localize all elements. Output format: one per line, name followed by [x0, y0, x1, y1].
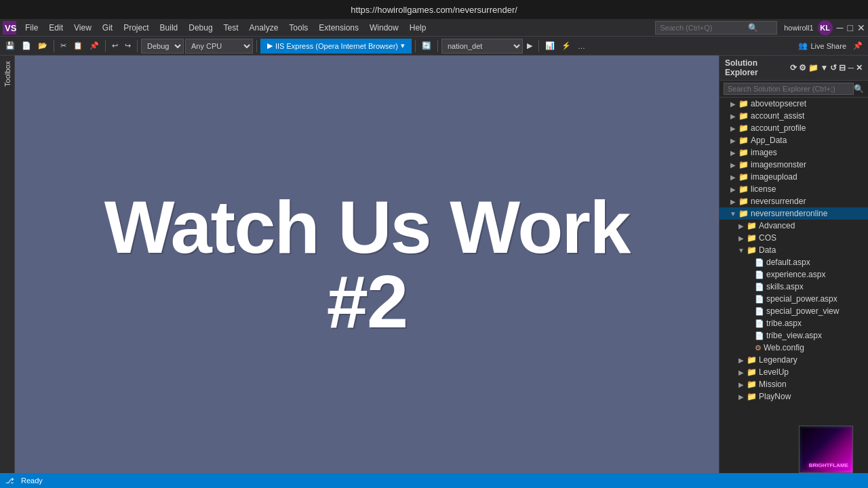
tree-item-advanced[interactable]: ▶📁Advanced — [719, 220, 868, 232]
menu-search[interactable]: 🔍 — [655, 21, 777, 35]
toolbox-label[interactable]: Toolbox — [3, 61, 12, 87]
tree-item-license[interactable]: ▶📁license — [719, 183, 868, 195]
tree-item-label: special_power_view — [766, 306, 839, 316]
tree-item-cos[interactable]: ▶📁COS — [719, 232, 868, 244]
copy-button[interactable]: 📋 — [71, 40, 85, 52]
se-folder-button[interactable]: 📁 — [808, 63, 818, 73]
toolbar-sep7 — [538, 40, 539, 52]
tree-item-special-power-aspx[interactable]: 📄special_power.aspx — [719, 293, 868, 305]
tree-item-label: LevelUp — [759, 367, 789, 377]
tree-item-images[interactable]: ▶📁images — [719, 146, 868, 159]
se-collapse-button[interactable]: ⊟ — [839, 63, 846, 73]
menu-git[interactable]: Git — [98, 22, 117, 34]
tree-arrow: ▶ — [728, 198, 738, 205]
more-tb-button[interactable]: … — [575, 41, 588, 52]
se-close-button[interactable]: ✕ — [856, 63, 863, 73]
restore-icon[interactable]: □ — [848, 22, 853, 33]
tree-item-neversurrender[interactable]: ▶📁neversurrender — [719, 195, 868, 207]
se-filter-button[interactable]: ▼ — [821, 63, 829, 73]
paste-button[interactable]: 📌 — [87, 40, 102, 52]
tree-item-account-assist[interactable]: ▶📁account_assist — [719, 110, 868, 122]
diagnostics-button[interactable]: 📊 — [542, 40, 557, 52]
tree-item-abovetopsecret[interactable]: ▶📁abovetopsecret — [719, 98, 868, 110]
tree-item-levelup[interactable]: ▶📁LevelUp — [719, 366, 868, 378]
toolbox-panel[interactable]: Toolbox — [0, 56, 15, 473]
target-run-button[interactable]: ▶ — [524, 40, 535, 52]
menu-analyze[interactable]: Analyze — [245, 22, 283, 34]
live-share-button[interactable]: 👥 Live Share — [798, 41, 846, 50]
tree-item-label: default.aspx — [766, 258, 810, 267]
run-button[interactable]: ▶ IIS Express (Opera Internet Browser) ▾ — [260, 39, 412, 54]
folder-icon: 📁 — [738, 184, 749, 194]
tree-item-label: Web.config — [764, 343, 804, 352]
platform-select[interactable]: Any CPU — [185, 39, 253, 54]
tree-item-tribe-aspx[interactable]: 📄tribe.aspx — [719, 317, 868, 329]
tree-arrow: ▶ — [736, 369, 747, 376]
tree-item-mission[interactable]: ▶📁Mission — [719, 378, 868, 390]
menu-file[interactable]: File — [20, 22, 43, 34]
se-search-input[interactable] — [724, 83, 854, 95]
tree-arrow: ▶ — [728, 137, 738, 144]
solution-explorer: Solution Explorer ⟳ ⚙ 📁 ▼ ↺ ⊟ ─ ✕ 🔍 ▶📁ab… — [719, 56, 868, 473]
perf-button[interactable]: ⚡ — [559, 40, 574, 52]
se-search-icon[interactable]: 🔍 — [854, 84, 864, 94]
open-button[interactable]: 📂 — [35, 40, 50, 52]
debug-config-select[interactable]: Debug — [141, 39, 184, 54]
refresh-button[interactable]: 🔄 — [419, 40, 434, 52]
tree-item-experience-aspx[interactable]: 📄experience.aspx — [719, 268, 868, 281]
add-button[interactable]: 📄 — [19, 40, 34, 52]
tree-item-imagesmonster[interactable]: ▶📁imagesmonster — [719, 159, 868, 171]
avatar[interactable]: KL — [818, 20, 833, 35]
tree-item-skills-aspx[interactable]: 📄skills.aspx — [719, 281, 868, 293]
cut-button[interactable]: ✂ — [58, 40, 69, 52]
user-area: howiroll1 KL ─ □ ✕ — [784, 20, 865, 35]
tree-item-account-profile[interactable]: ▶📁account_profile — [719, 122, 868, 134]
tree-item-imageupload[interactable]: ▶📁imageupload — [719, 171, 868, 183]
tree-item-web-config[interactable]: ⚙Web.config — [719, 342, 868, 354]
menu-debug[interactable]: Debug — [184, 22, 217, 34]
menu-extensions[interactable]: Extensions — [314, 22, 363, 34]
pin-button[interactable]: 📌 — [850, 40, 865, 52]
se-search-bar[interactable]: 🔍 — [719, 81, 868, 98]
username-label: howiroll1 — [784, 24, 813, 32]
folder-icon: 📁 — [738, 160, 749, 169]
target-select[interactable]: nation_det — [441, 39, 523, 54]
tree-item-tribe-view-aspx[interactable]: 📄tribe_view.aspx — [719, 329, 868, 342]
tree-item-legendary[interactable]: ▶📁Legendary — [719, 354, 868, 366]
menu-view[interactable]: View — [69, 22, 96, 34]
tree-item-special-power-view[interactable]: 📄special_power_view — [719, 305, 868, 317]
menu-help[interactable]: Help — [405, 22, 431, 34]
tree-item-playnow[interactable]: ▶📁PlayNow — [719, 390, 868, 403]
menu-test[interactable]: Test — [219, 22, 243, 34]
menu-edit[interactable]: Edit — [44, 22, 68, 34]
tree-item-label: Data — [759, 245, 776, 255]
se-sync-button[interactable]: ⟳ — [790, 63, 797, 73]
toolbar-sep3 — [137, 40, 138, 52]
folder-icon: 📁 — [747, 221, 757, 230]
undo-button[interactable]: ↩ — [109, 40, 121, 52]
se-refresh-button[interactable]: ↺ — [830, 63, 837, 73]
file-icon: 📄 — [755, 270, 764, 279]
menu-search-input[interactable] — [660, 24, 748, 32]
se-min-button[interactable]: ─ — [848, 63, 854, 73]
menu-project[interactable]: Project — [119, 22, 153, 34]
menu-tools[interactable]: Tools — [284, 22, 313, 34]
folder-icon: 📁 — [738, 136, 749, 145]
close-icon[interactable]: ✕ — [857, 22, 865, 33]
minimize-icon[interactable]: ─ — [837, 22, 844, 33]
tree-item-data[interactable]: ▼📁Data — [719, 244, 868, 256]
play-icon: ▶ — [267, 41, 273, 50]
vs-logo: VS — [3, 21, 16, 35]
tree-arrow: ▶ — [728, 161, 738, 169]
tree-item-neversurrenderonline[interactable]: ▼📁neversurrenderonline — [719, 207, 868, 220]
se-header-buttons: ⟳ ⚙ 📁 ▼ ↺ ⊟ ─ ✕ — [790, 63, 863, 73]
run-dropdown-icon[interactable]: ▾ — [401, 41, 405, 50]
menu-build[interactable]: Build — [155, 22, 183, 34]
tree-item-app-data[interactable]: ▶📁App_Data — [719, 134, 868, 146]
tree-item-default-aspx[interactable]: 📄default.aspx — [719, 256, 868, 268]
save-button[interactable]: 💾 — [3, 40, 18, 52]
redo-button[interactable]: ↪ — [122, 40, 134, 52]
tree-arrow: ▶ — [728, 186, 738, 193]
se-props-button[interactable]: ⚙ — [799, 63, 806, 73]
menu-window[interactable]: Window — [365, 22, 403, 34]
